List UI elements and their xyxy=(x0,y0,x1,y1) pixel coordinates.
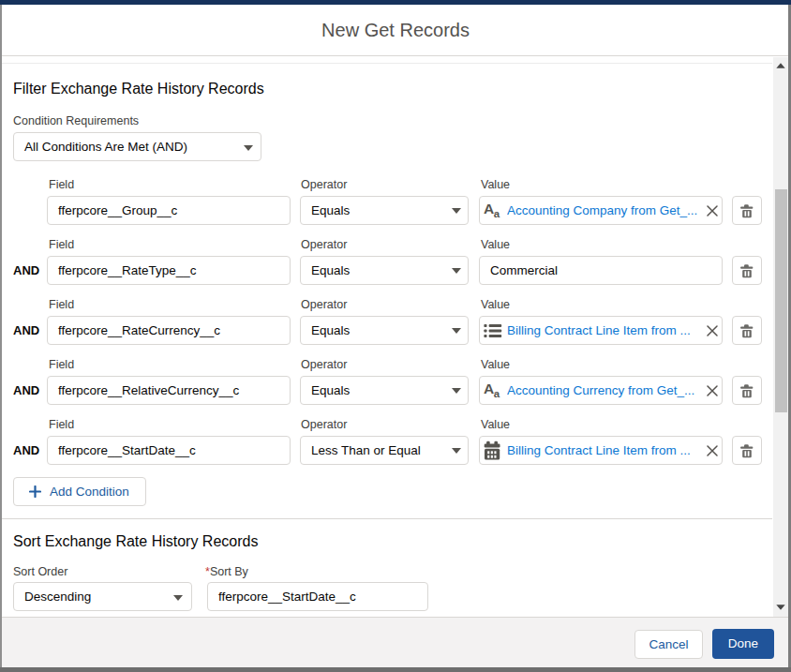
svg-text:a: a xyxy=(493,208,500,219)
svg-text:A: A xyxy=(484,201,494,217)
svg-text:a: a xyxy=(493,388,500,399)
svg-text:A: A xyxy=(484,381,494,396)
